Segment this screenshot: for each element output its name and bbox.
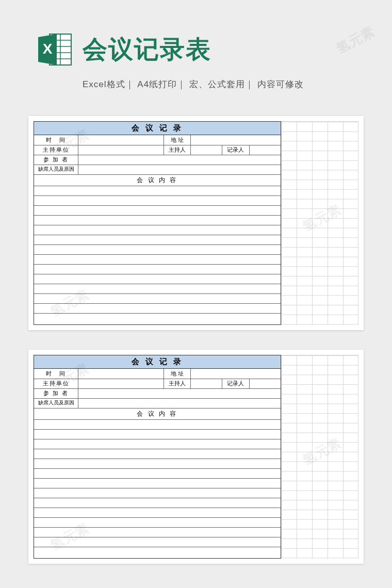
form-area: 会 议 记 录 时 间 地 址 主持单位 主持人 记录人 参 加	[34, 121, 281, 325]
label-absent: 缺席人员及原因	[34, 398, 78, 408]
label-time: 时 间	[34, 369, 78, 379]
form-table: 时 间 地 址 主持单位 主持人 记录人 参 加 者	[34, 135, 281, 323]
form-title: 会 议 记 录	[34, 355, 281, 369]
content-line	[34, 468, 281, 478]
content-cell	[34, 488, 281, 498]
preview-container: 会 议 记 录 时 间 地 址 主持单位 主持人 记录人 参 加	[0, 101, 392, 564]
content-cell	[34, 508, 281, 517]
page-subtitle: Excel格式｜ A4纸打印｜ 宏、公式套用｜ 内容可修改	[36, 78, 356, 90]
label-absent: 缺席人员及原因	[34, 165, 78, 174]
content-line	[34, 498, 281, 508]
content-cell	[34, 293, 281, 303]
content-line	[34, 205, 281, 215]
content-line	[34, 547, 281, 557]
content-line	[34, 293, 281, 303]
content-cell	[34, 303, 281, 313]
value-time	[78, 135, 164, 145]
title-row: X 会议记录表	[36, 31, 356, 68]
content-cell	[34, 186, 281, 195]
value-host-unit	[78, 379, 164, 388]
content-line	[34, 284, 281, 293]
row-time: 时 间 地 址	[34, 369, 281, 379]
content-cell	[34, 274, 281, 284]
content-line	[34, 303, 281, 313]
content-cell	[34, 284, 281, 293]
content-line	[34, 264, 281, 274]
page-title: 会议记录表	[83, 33, 211, 66]
row-time: 时 间 地 址	[34, 135, 281, 145]
value-host	[191, 145, 222, 155]
content-cell	[34, 235, 281, 244]
content-line	[34, 488, 281, 498]
content-line	[34, 537, 281, 547]
value-attendees	[78, 388, 281, 398]
header-area: X 会议记录表 Excel格式｜ A4纸打印｜ 宏、公式套用｜ 内容可修改	[0, 0, 392, 101]
content-cell	[34, 195, 281, 205]
row-host-unit: 主持单位 主持人 记录人	[34, 145, 281, 155]
value-host-unit	[78, 145, 164, 155]
content-cell	[34, 547, 281, 557]
label-content: 会 议 内 容	[34, 174, 281, 186]
content-line	[34, 478, 281, 488]
label-attendees: 参 加 者	[34, 388, 78, 398]
content-cell	[34, 215, 281, 225]
label-time: 时 间	[34, 135, 78, 145]
content-line	[34, 419, 281, 429]
content-line	[34, 439, 281, 449]
content-cell	[34, 419, 281, 429]
content-line	[34, 429, 281, 439]
spreadsheet-grid	[281, 355, 358, 559]
sheet-preview-2: 会 议 记 录 时 间 地 址 主持单位 主持人 记录人 参 加	[28, 350, 364, 564]
label-attendees: 参 加 者	[34, 155, 78, 165]
value-recorder	[249, 145, 281, 155]
label-recorder: 记录人	[222, 145, 250, 155]
content-cell	[34, 468, 281, 478]
sheet-preview-1: 会 议 记 录 时 间 地 址 主持单位 主持人 记录人 参 加	[28, 116, 364, 330]
content-cell	[34, 244, 281, 254]
value-absent	[78, 398, 281, 408]
content-line	[34, 225, 281, 235]
content-line	[34, 244, 281, 254]
content-line	[34, 517, 281, 527]
content-cell	[34, 205, 281, 215]
content-cell	[34, 498, 281, 508]
content-cell	[34, 517, 281, 527]
value-recorder	[249, 379, 281, 388]
content-line	[34, 186, 281, 195]
spreadsheet-grid	[281, 121, 358, 325]
content-cell	[34, 449, 281, 459]
label-host-unit: 主持单位	[34, 379, 78, 388]
content-line	[34, 313, 281, 323]
content-line	[34, 527, 281, 537]
content-line	[34, 459, 281, 468]
value-address	[191, 369, 281, 379]
form-title: 会 议 记 录	[34, 122, 281, 135]
value-time	[78, 369, 164, 379]
value-absent	[78, 165, 281, 174]
svg-text:X: X	[43, 41, 53, 57]
content-line	[34, 449, 281, 459]
content-cell	[34, 429, 281, 439]
form-table: 时 间 地 址 主持单位 主持人 记录人 参 加 者	[34, 369, 281, 557]
content-cell	[34, 478, 281, 488]
content-cell	[34, 537, 281, 547]
label-host-unit: 主持单位	[34, 145, 78, 155]
row-content-header: 会 议 内 容	[34, 174, 281, 186]
label-recorder: 记录人	[222, 379, 250, 388]
content-line	[34, 195, 281, 205]
content-cell	[34, 527, 281, 537]
value-attendees	[78, 155, 281, 165]
content-cell	[34, 439, 281, 449]
label-address: 地 址	[164, 369, 191, 379]
label-content: 会 议 内 容	[34, 408, 281, 419]
excel-icon: X	[36, 31, 73, 68]
content-line	[34, 215, 281, 225]
label-host: 主持人	[164, 145, 191, 155]
form-area: 会 议 记 录 时 间 地 址 主持单位 主持人 记录人 参 加	[34, 355, 281, 559]
content-cell	[34, 313, 281, 323]
content-line	[34, 235, 281, 244]
label-address: 地 址	[164, 135, 191, 145]
value-host	[191, 379, 222, 388]
value-address	[191, 135, 281, 145]
content-line	[34, 254, 281, 264]
